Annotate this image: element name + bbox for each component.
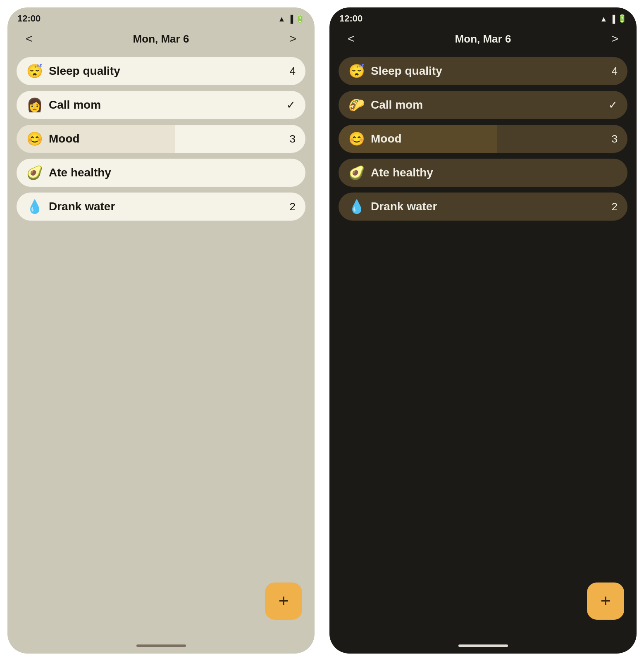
habit-mood-dark[interactable]: 😊 Mood 3 bbox=[339, 125, 627, 153]
value-mood-light: 3 bbox=[290, 133, 296, 145]
time-dark: 12:00 bbox=[339, 13, 363, 24]
label-atehealthy-light: Ate healthy bbox=[49, 166, 111, 179]
emoji-atehealthy-light: 🥑 bbox=[26, 166, 43, 179]
nav-title-light: Mon, Mar 6 bbox=[133, 33, 189, 45]
habit-drankwater-light[interactable]: 💧 Drank water 2 bbox=[17, 193, 305, 221]
emoji-callmom-dark: 🌮 bbox=[348, 98, 365, 112]
label-atehealthy-dark: Ate healthy bbox=[371, 166, 433, 179]
value-drankwater-dark: 2 bbox=[612, 200, 618, 213]
prev-button-light[interactable]: < bbox=[21, 31, 37, 47]
label-drankwater-light: Drank water bbox=[49, 200, 115, 213]
habit-mood-light[interactable]: 😊 Mood 3 bbox=[17, 125, 305, 153]
habit-list-light: 😴 Sleep quality 4 👩 Call mom ✓ 😊 Mood 3 … bbox=[7, 54, 315, 583]
label-sleep-light: Sleep quality bbox=[49, 64, 120, 78]
status-bar-light: 12:00 bbox=[7, 7, 315, 26]
emoji-sleep-dark: 😴 bbox=[348, 64, 365, 78]
add-button-wrap-dark: + bbox=[329, 583, 637, 640]
label-mood-light: Mood bbox=[49, 132, 80, 145]
emoji-sleep-light: 😴 bbox=[26, 64, 43, 78]
habit-atehealthy-light[interactable]: 🥑 Ate healthy bbox=[17, 159, 305, 187]
emoji-mood-dark: 😊 bbox=[348, 132, 365, 145]
next-button-dark[interactable]: > bbox=[607, 31, 623, 47]
home-indicator-dark bbox=[329, 640, 637, 654]
habit-drankwater-dark[interactable]: 💧 Drank water 2 bbox=[339, 193, 627, 221]
signal-icon-dark bbox=[610, 13, 615, 24]
phone-light: 12:00 < Mon, Mar 6 > 😴 Sleep quality 4 👩… bbox=[7, 7, 315, 654]
habit-list-dark: 😴 Sleep quality 4 🌮 Call mom ✓ 😊 Mood 3 … bbox=[329, 54, 637, 583]
battery-icon-light bbox=[296, 14, 305, 23]
label-sleep-dark: Sleep quality bbox=[371, 64, 442, 78]
nav-title-dark: Mon, Mar 6 bbox=[455, 33, 511, 45]
home-indicator-light bbox=[7, 640, 315, 654]
value-sleep-dark: 4 bbox=[612, 65, 618, 78]
wifi-icon-dark bbox=[600, 13, 607, 24]
battery-icon-dark bbox=[618, 14, 627, 23]
add-button-dark[interactable]: + bbox=[587, 583, 624, 620]
habit-sleep-light[interactable]: 😴 Sleep quality 4 bbox=[17, 57, 305, 85]
habit-callmom-light[interactable]: 👩 Call mom ✓ bbox=[17, 91, 305, 119]
emoji-callmom-light: 👩 bbox=[26, 98, 43, 112]
value-sleep-light: 4 bbox=[290, 65, 296, 78]
nav-bar-dark: < Mon, Mar 6 > bbox=[329, 26, 637, 54]
emoji-drankwater-light: 💧 bbox=[26, 200, 43, 213]
add-button-wrap-light: + bbox=[7, 583, 315, 640]
habit-sleep-dark[interactable]: 😴 Sleep quality 4 bbox=[339, 57, 627, 85]
emoji-mood-light: 😊 bbox=[26, 132, 43, 145]
signal-icon-light bbox=[288, 13, 293, 24]
habit-callmom-dark[interactable]: 🌮 Call mom ✓ bbox=[339, 91, 627, 119]
status-icons-dark bbox=[600, 13, 627, 24]
value-drankwater-light: 2 bbox=[290, 200, 296, 213]
value-callmom-light: ✓ bbox=[286, 99, 296, 112]
home-bar-dark bbox=[458, 644, 508, 647]
nav-bar-light: < Mon, Mar 6 > bbox=[7, 26, 315, 54]
label-callmom-dark: Call mom bbox=[371, 98, 423, 112]
add-button-light[interactable]: + bbox=[265, 583, 302, 620]
emoji-atehealthy-dark: 🥑 bbox=[348, 166, 365, 179]
habit-atehealthy-dark[interactable]: 🥑 Ate healthy bbox=[339, 159, 627, 187]
label-drankwater-dark: Drank water bbox=[371, 200, 437, 213]
status-icons-light bbox=[278, 13, 305, 24]
status-bar-dark: 12:00 bbox=[329, 7, 637, 26]
next-button-light[interactable]: > bbox=[285, 31, 301, 47]
prev-button-dark[interactable]: < bbox=[343, 31, 359, 47]
phone-dark: 12:00 < Mon, Mar 6 > 😴 Sleep quality 4 🌮… bbox=[329, 7, 637, 654]
emoji-drankwater-dark: 💧 bbox=[348, 200, 365, 213]
value-callmom-dark: ✓ bbox=[608, 99, 618, 112]
label-mood-dark: Mood bbox=[371, 132, 402, 145]
time-light: 12:00 bbox=[17, 13, 41, 24]
value-mood-dark: 3 bbox=[612, 133, 618, 145]
wifi-icon-light bbox=[278, 13, 285, 24]
label-callmom-light: Call mom bbox=[49, 98, 101, 112]
home-bar-light bbox=[136, 644, 186, 647]
